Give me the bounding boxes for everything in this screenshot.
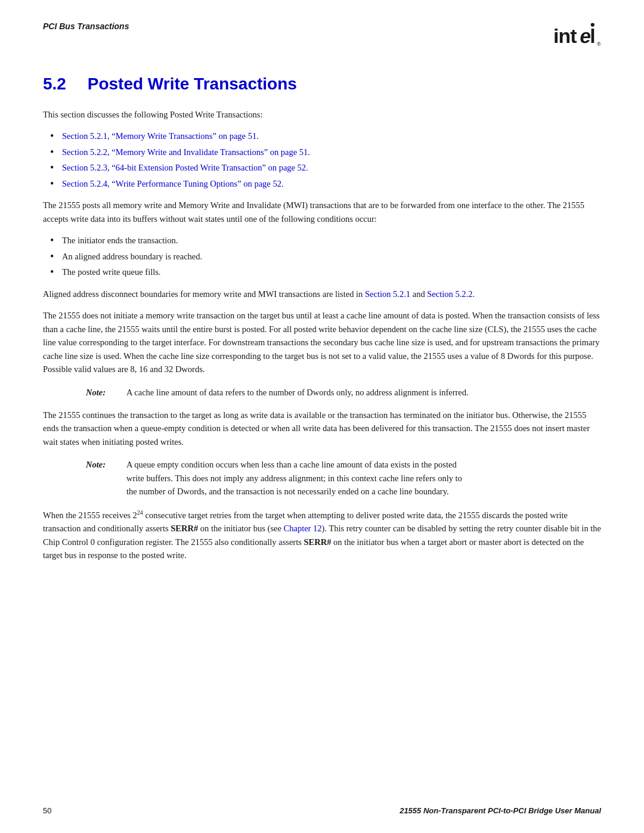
- conditions-list: The initiator ends the transaction. An a…: [43, 234, 601, 278]
- list-item: An aligned address boundary is reached.: [43, 250, 601, 263]
- intel-logo: int e l ®: [553, 21, 601, 48]
- paragraph-3: The 21555 does not initiate a memory wri…: [43, 309, 601, 376]
- doc-title: 21555 Non-Transparent PCI-to-PCI Bridge …: [400, 806, 601, 815]
- page-footer: 50 21555 Non-Transparent PCI-to-PCI Brid…: [0, 806, 644, 815]
- intel-logo-svg: int e l ®: [553, 21, 601, 48]
- section-number: 5.2: [43, 75, 66, 93]
- intro-paragraph: This section discusses the following Pos…: [43, 108, 601, 121]
- note-2-label: Note:: [86, 458, 122, 471]
- paragraph-4: The 21555 continues the transaction to t…: [43, 408, 601, 448]
- note-1-text: A cache line amount of data refers to th…: [126, 386, 601, 399]
- list-item: The posted write queue fills.: [43, 265, 601, 278]
- page: PCI Bus Transactions int e l ® 5.2 Poste…: [0, 0, 644, 833]
- note-1-label: Note:: [86, 386, 122, 399]
- chapter-title: PCI Bus Transactions: [43, 21, 129, 31]
- paragraph-5: When the 21555 receives 224 consecutive …: [43, 508, 601, 562]
- bullet-link-list: Section 5.2.1, “Memory Write Transaction…: [43, 129, 601, 190]
- svg-text:®: ®: [597, 41, 601, 47]
- list-item: Section 5.2.2, “Memory Write and Invalid…: [43, 145, 601, 159]
- section-link-3[interactable]: Section 5.2.3, “64-bit Extension Posted …: [62, 163, 308, 172]
- note-2: Note: A queue empty condition occurs whe…: [86, 458, 601, 498]
- superscript-24: 24: [137, 509, 143, 516]
- page-content: 5.2 Posted Write Transactions This secti…: [0, 58, 644, 594]
- chapter12-link[interactable]: Chapter 12: [284, 524, 322, 533]
- note-2-text: A queue empty condition occurs when less…: [126, 458, 601, 498]
- page-number: 50: [43, 806, 51, 815]
- section-link-2[interactable]: Section 5.2.2, “Memory Write and Invalid…: [62, 147, 310, 157]
- section-522-link[interactable]: Section 5.2.2: [427, 289, 472, 299]
- section-title: Posted Write Transactions: [88, 75, 297, 93]
- serr-bold-2: SERR#: [304, 537, 332, 547]
- section-link-1[interactable]: Section 5.2.1, “Memory Write Transaction…: [62, 131, 259, 141]
- svg-point-3: [591, 23, 595, 27]
- svg-text:l: l: [590, 24, 595, 47]
- page-header: PCI Bus Transactions int e l ®: [0, 0, 644, 58]
- paragraph-1: The 21555 posts all memory write and Mem…: [43, 199, 601, 225]
- list-item: Section 5.2.4, “Write Performance Tuning…: [43, 177, 601, 190]
- note-1: Note: A cache line amount of data refers…: [86, 386, 601, 399]
- list-item: Section 5.2.3, “64-bit Extension Posted …: [43, 161, 601, 174]
- section-link-4[interactable]: Section 5.2.4, “Write Performance Tuning…: [62, 179, 284, 188]
- svg-text:int: int: [553, 24, 577, 47]
- list-item: The initiator ends the transaction.: [43, 234, 601, 247]
- paragraph-2: Aligned address disconnect boundaries fo…: [43, 287, 601, 301]
- serr-bold-1: SERR#: [171, 524, 198, 533]
- list-item: Section 5.2.1, “Memory Write Transaction…: [43, 129, 601, 143]
- section-heading: 5.2 Posted Write Transactions: [43, 75, 601, 94]
- section-521-link[interactable]: Section 5.2.1: [365, 289, 410, 299]
